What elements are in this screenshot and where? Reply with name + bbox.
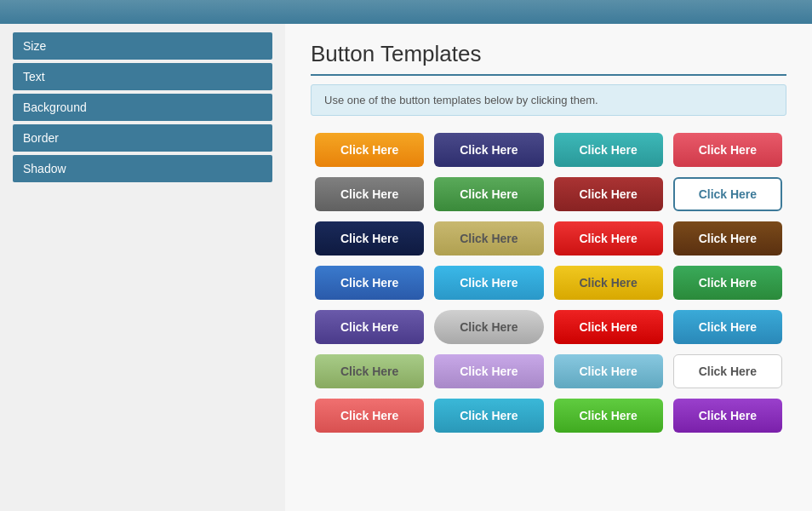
- button-template-btn-silver[interactable]: Click Here: [434, 310, 543, 344]
- button-template-btn-salmon[interactable]: Click Here: [315, 399, 424, 433]
- button-template-btn-yellow[interactable]: Click Here: [554, 266, 663, 300]
- button-template-btn-bright-red2[interactable]: Click Here: [554, 310, 663, 344]
- sidebar-item-text[interactable]: Text: [13, 63, 272, 90]
- button-template-btn-cyan[interactable]: Click Here: [434, 399, 543, 433]
- button-template-btn-bright-red[interactable]: Click Here: [554, 221, 663, 256]
- sidebar-item-size[interactable]: Size: [13, 32, 272, 60]
- button-template-btn-sky-blue[interactable]: Click Here: [673, 310, 782, 344]
- button-template-btn-bright-green[interactable]: Click Here: [554, 399, 663, 433]
- button-template-btn-orange[interactable]: Click Here: [315, 133, 424, 167]
- button-template-btn-blue-med[interactable]: Click Here: [315, 266, 424, 300]
- button-template-btn-gray[interactable]: Click Here: [315, 177, 424, 211]
- button-template-btn-white[interactable]: Click Here: [673, 354, 782, 388]
- page-title: Button Templates: [311, 41, 786, 76]
- button-template-btn-green[interactable]: Click Here: [434, 177, 543, 211]
- button-template-btn-brown[interactable]: Click Here: [673, 221, 782, 256]
- button-template-btn-navy[interactable]: Click Here: [315, 221, 424, 256]
- info-text: Use one of the button templates below by…: [324, 94, 598, 106]
- button-template-btn-light-green[interactable]: Click Here: [315, 354, 424, 388]
- button-template-btn-purple-med[interactable]: Click Here: [315, 310, 424, 344]
- button-template-btn-teal[interactable]: Click Here: [554, 133, 663, 167]
- sidebar-item-border[interactable]: Border: [13, 124, 272, 152]
- sidebar-item-background[interactable]: Background: [13, 94, 272, 121]
- button-template-btn-purple-dark[interactable]: Click Here: [434, 133, 543, 167]
- content-area: Button Templates Use one of the button t…: [285, 24, 812, 511]
- buttons-grid: Click HereClick HereClick HereClick Here…: [311, 133, 786, 433]
- info-box: Use one of the button templates below by…: [311, 84, 786, 116]
- main-container: SizeTextBackgroundBorderShadow Button Te…: [0, 24, 812, 511]
- button-template-btn-violet[interactable]: Click Here: [673, 399, 782, 433]
- button-template-btn-blue-outline[interactable]: Click Here: [673, 177, 782, 211]
- button-template-btn-lavender[interactable]: Click Here: [434, 354, 543, 388]
- button-template-btn-green2[interactable]: Click Here: [673, 266, 782, 300]
- top-bar: [0, 0, 812, 24]
- button-template-btn-light-blue[interactable]: Click Here: [434, 266, 543, 300]
- button-template-btn-tan[interactable]: Click Here: [434, 221, 543, 256]
- sidebar: SizeTextBackgroundBorderShadow: [0, 24, 285, 511]
- button-template-btn-light-blue2[interactable]: Click Here: [554, 354, 663, 388]
- button-template-btn-red-pink[interactable]: Click Here: [673, 133, 782, 167]
- button-template-btn-dark-red[interactable]: Click Here: [554, 177, 663, 211]
- sidebar-item-shadow[interactable]: Shadow: [13, 155, 272, 182]
